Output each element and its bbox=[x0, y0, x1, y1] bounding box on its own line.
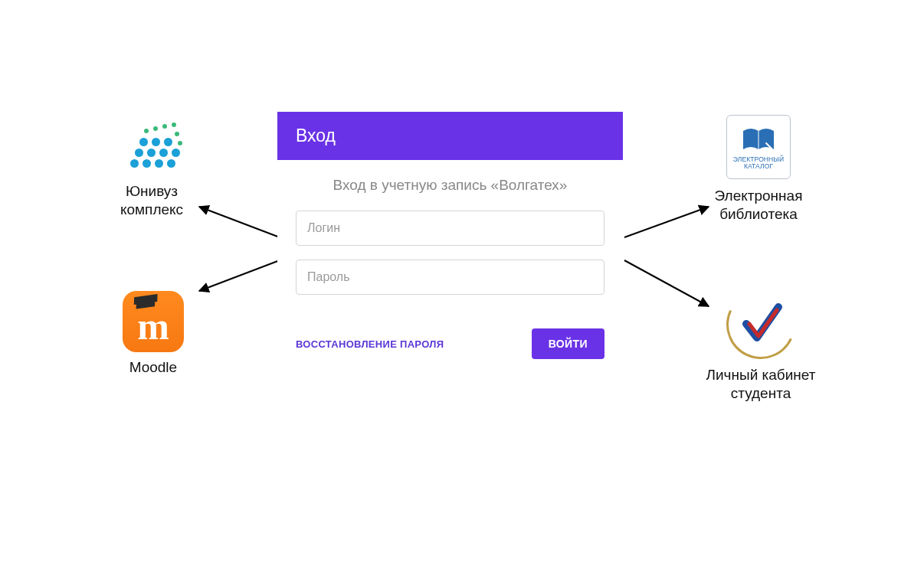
satellite-library[interactable]: ЭЛЕКТРОННЫЙ КАТАЛОГ Электронная библиоте… bbox=[705, 113, 812, 224]
satellite-moodle[interactable]: m Moodle bbox=[107, 291, 199, 377]
cabinet-label: Личный кабинет студента bbox=[706, 366, 816, 403]
login-card: Вход Вход в учетную запись «Волгатех» ВО… bbox=[277, 112, 623, 373]
login-actions: ВОССТАНОВЛЕНИЕ ПАРОЛЯ ВОЙТИ bbox=[296, 328, 604, 359]
arrow-to-library bbox=[624, 207, 709, 237]
login-subtitle: Вход в учетную запись «Волгатех» bbox=[296, 177, 604, 194]
recover-password-link[interactable]: ВОССТАНОВЛЕНИЕ ПАРОЛЯ bbox=[296, 338, 444, 350]
univuz-icon bbox=[121, 115, 182, 176]
login-button[interactable]: ВОЙТИ bbox=[532, 328, 604, 359]
password-input[interactable] bbox=[296, 260, 604, 295]
login-header-text: Вход bbox=[296, 126, 336, 145]
login-header: Вход bbox=[277, 112, 623, 160]
login-input[interactable] bbox=[296, 211, 604, 246]
library-label: Электронная библиотека bbox=[715, 187, 803, 224]
login-body: Вход в учетную запись «Волгатех» ВОССТАН… bbox=[277, 160, 623, 373]
catalog-icon: ЭЛЕКТРОННЫЙ КАТАЛОГ bbox=[725, 113, 792, 181]
diagram-canvas: Вход Вход в учетную запись «Волгатех» ВО… bbox=[0, 0, 901, 588]
catalog-caption-line2: КАТАЛОГ bbox=[744, 162, 773, 170]
moodle-label: Moodle bbox=[129, 358, 177, 377]
volgatech-emblem-icon bbox=[726, 289, 796, 360]
arrow-to-moodle bbox=[199, 260, 280, 291]
satellite-univuz[interactable]: Юнивуз комплекс bbox=[90, 115, 213, 219]
univuz-label: Юнивуз комплекс bbox=[120, 182, 183, 219]
moodle-icon: m bbox=[123, 291, 184, 352]
satellite-student-cabinet[interactable]: Личный кабинет студента bbox=[696, 289, 826, 403]
